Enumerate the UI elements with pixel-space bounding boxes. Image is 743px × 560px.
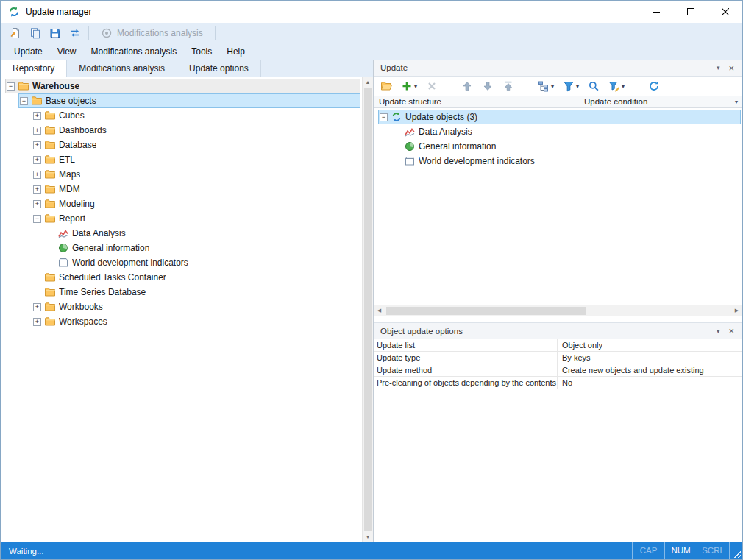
folder-icon (44, 154, 56, 166)
tree-item-data-analysis[interactable]: Data Analysis (374, 124, 742, 139)
tree-item-time-series-database[interactable]: Time Series Database (1, 285, 362, 300)
tree-item-dashboards[interactable]: +Dashboards (1, 123, 362, 138)
tree-item-cubes[interactable]: +Cubes (1, 108, 362, 123)
option-value[interactable]: Object only (558, 339, 742, 351)
tree-item-label: Report (59, 213, 85, 224)
menu-view[interactable]: View (50, 43, 84, 60)
column-update-condition[interactable]: Update condition (581, 97, 730, 106)
save-button[interactable] (45, 24, 65, 41)
scrollbar-thumb[interactable] (386, 307, 586, 315)
panel-menu-caret-icon[interactable]: ▾ (711, 327, 725, 335)
main-area: RepositoryModifications analysisUpdate o… (1, 60, 742, 542)
collapse-expander-icon[interactable]: − (7, 82, 15, 91)
minimize-button[interactable] (639, 1, 673, 23)
folder-icon (44, 124, 56, 136)
collapse-expander-icon[interactable]: − (380, 113, 388, 121)
option-value[interactable]: By keys (558, 352, 742, 364)
dropdown-caret-icon[interactable]: ▾ (622, 83, 625, 90)
tree-item-label: Modeling (59, 199, 95, 209)
expand-expander-icon[interactable]: + (33, 185, 41, 194)
tree-item-data-analysis[interactable]: Data Analysis (1, 226, 362, 241)
collapse-expander-icon[interactable]: − (33, 215, 41, 223)
option-label: Update list (374, 339, 558, 351)
scrollbar-thumb[interactable] (364, 88, 372, 531)
tree-item-report[interactable]: −Report (1, 211, 362, 226)
expand-expander-icon[interactable]: + (33, 127, 41, 135)
expand-expander-icon[interactable]: + (33, 171, 41, 179)
tree-item-maps[interactable]: +Maps (1, 167, 362, 182)
dropdown-caret-icon[interactable]: ▾ (551, 83, 554, 90)
open-folder-button[interactable] (378, 78, 394, 94)
resize-grip[interactable] (729, 542, 742, 559)
menu-tools[interactable]: Tools (184, 43, 219, 60)
refresh-button[interactable] (646, 78, 662, 94)
horizontal-scrollbar[interactable]: ◀ ▶ (374, 305, 742, 316)
panel-splitter[interactable] (374, 316, 742, 322)
new-document-button[interactable] (5, 24, 25, 41)
tree-item-general-information[interactable]: General information (374, 139, 742, 154)
repository-tree-panel: −Warehouse−Base objects+Cubes+Dashboards… (1, 77, 373, 542)
filter-settings-button[interactable]: ▾ (606, 78, 627, 94)
copy-button[interactable] (25, 24, 45, 41)
tree-item-world-development-indicators[interactable]: World development indicators (374, 154, 742, 169)
tree-item-label: General information (419, 141, 496, 152)
filter-button[interactable]: ▾ (561, 78, 581, 94)
tab-update-options[interactable]: Update options (177, 60, 261, 77)
minimize-icon (653, 8, 660, 15)
tree-item-etl[interactable]: +ETL (1, 152, 362, 167)
dropdown-caret-icon[interactable]: ▾ (414, 83, 417, 90)
tree-item-workbooks[interactable]: +Workbooks (1, 300, 362, 314)
tree-item-modeling[interactable]: +Modeling (1, 196, 362, 211)
structure-view-button[interactable]: ▾ (536, 78, 556, 94)
tab-modifications-analysis[interactable]: Modifications analysis (67, 60, 177, 77)
option-label: Update type (374, 352, 558, 364)
option-value[interactable]: Create new objects and update existing (558, 364, 742, 376)
update-button[interactable] (65, 24, 85, 41)
panel-menu-caret-icon[interactable]: ▾ (711, 64, 725, 71)
tree-item-scheduled-tasks-container[interactable]: Scheduled Tasks Container (1, 270, 362, 285)
vertical-scrollbar[interactable]: ▲ ▼ (362, 77, 373, 542)
tree-item-workspaces[interactable]: +Workspaces (1, 314, 362, 329)
move-to-top-button[interactable] (500, 78, 516, 94)
column-update-structure[interactable]: Update structure (374, 97, 581, 106)
folder-icon (44, 110, 56, 121)
tree-item-database[interactable]: +Database (1, 138, 362, 152)
panel-close-icon[interactable]: × (725, 325, 738, 336)
option-row-pre-cleaning-of-objects-depending-by-the-contents: Pre-cleaning of objects depending by the… (374, 377, 742, 389)
report-icon (57, 257, 69, 269)
scroll-down-icon[interactable]: ▼ (363, 531, 374, 542)
expand-expander-icon[interactable]: + (33, 141, 41, 149)
add-object-button[interactable]: ▾ (399, 78, 419, 94)
tree-item-warehouse[interactable]: −Warehouse (1, 79, 362, 93)
option-row-update-method: Update methodCreate new objects and upda… (374, 364, 742, 377)
column-chooser-caret-icon[interactable]: ▾ (730, 96, 742, 107)
collapse-expander-icon[interactable]: − (20, 97, 28, 105)
close-button[interactable] (708, 1, 742, 23)
maximize-button[interactable] (673, 1, 708, 23)
move-down-button[interactable] (480, 78, 496, 94)
scroll-right-icon[interactable]: ▶ (731, 308, 742, 313)
option-value[interactable]: No (558, 377, 742, 389)
dropdown-caret-icon[interactable]: ▾ (576, 83, 579, 90)
expand-expander-icon[interactable]: + (33, 303, 41, 311)
menu-help[interactable]: Help (219, 43, 252, 60)
search-button[interactable] (586, 78, 602, 94)
expand-expander-icon[interactable]: + (33, 200, 41, 208)
scroll-left-icon[interactable]: ◀ (374, 308, 385, 313)
expand-expander-icon[interactable]: + (33, 112, 41, 120)
tree-item-world-development-indicators[interactable]: World development indicators (1, 255, 362, 270)
panel-close-icon[interactable]: × (725, 63, 738, 74)
tree-item-general-information[interactable]: General information (1, 241, 362, 255)
tab-repository[interactable]: Repository (1, 60, 67, 77)
scroll-up-icon[interactable]: ▲ (363, 77, 374, 88)
menu-update[interactable]: Update (7, 43, 50, 60)
menu-modifications-analysis[interactable]: Modifications analysis (84, 43, 185, 60)
tree-item-update-objects-3[interactable]: −Update objects (3) (374, 110, 742, 124)
tree-item-base-objects[interactable]: −Base objects (1, 93, 362, 108)
view-tabs: RepositoryModifications analysisUpdate o… (1, 60, 373, 77)
expand-expander-icon[interactable]: + (33, 156, 41, 164)
tree-item-mdm[interactable]: +MDM (1, 182, 362, 196)
expand-expander-icon[interactable]: + (33, 318, 41, 326)
toolbar-buttons (5, 24, 85, 41)
move-up-button[interactable] (459, 78, 475, 94)
